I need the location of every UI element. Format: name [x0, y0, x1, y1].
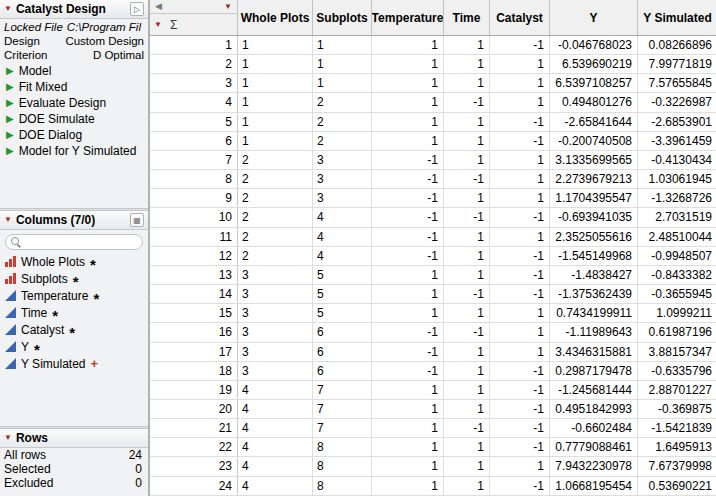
row-number-cell[interactable]: 18 [150, 362, 238, 380]
data-cell[interactable]: -1 [372, 151, 444, 169]
row-number-cell[interactable]: 22 [150, 438, 238, 456]
data-cell[interactable]: 0.2987179478 [550, 362, 638, 380]
sigma-icon[interactable]: Σ [170, 18, 177, 32]
column-header-time[interactable]: Time [444, 0, 490, 35]
column-item-temperature[interactable]: Temperature* [0, 287, 148, 304]
row-number-cell[interactable]: 4 [150, 93, 238, 111]
row-number-cell[interactable]: 24 [150, 477, 238, 495]
data-cell[interactable]: 2 [238, 151, 313, 169]
columns-search-input[interactable] [26, 236, 137, 248]
data-cell[interactable]: 2 [313, 132, 372, 150]
data-cell[interactable]: 3.1335699565 [550, 151, 638, 169]
data-cell[interactable]: -2.65841644 [550, 113, 638, 131]
data-cell[interactable]: -1 [372, 189, 444, 207]
data-cell[interactable]: 1 [490, 304, 550, 322]
data-cell[interactable]: -1 [372, 170, 444, 188]
column-header-y-simulated[interactable]: Y Simulated [638, 0, 716, 35]
data-cell[interactable]: 1 [372, 93, 444, 111]
data-cell[interactable]: -1 [444, 93, 490, 111]
data-cell[interactable]: 1 [372, 381, 444, 399]
data-cell[interactable]: 3 [238, 266, 313, 284]
data-cell[interactable]: -1 [444, 419, 490, 437]
row-number-cell[interactable]: 23 [150, 457, 238, 475]
data-cell[interactable]: 1 [444, 247, 490, 265]
row-number-cell[interactable]: 1 [150, 36, 238, 54]
data-cell[interactable]: -1 [372, 323, 444, 341]
data-cell[interactable]: 3 [238, 343, 313, 361]
data-cell[interactable]: 1 [490, 228, 550, 246]
collapse-side-panels-icon[interactable]: ◀ [155, 2, 162, 11]
column-item-y[interactable]: Y* [0, 338, 148, 355]
data-cell[interactable]: -1 [372, 208, 444, 226]
data-cell[interactable]: -1 [490, 362, 550, 380]
data-cell[interactable]: 1 [372, 477, 444, 495]
data-cell[interactable]: 1.0668195454 [550, 477, 638, 495]
data-cell[interactable]: -1.245681444 [550, 381, 638, 399]
data-cell[interactable]: 1 [372, 55, 444, 73]
data-cell[interactable]: 3 [238, 285, 313, 303]
data-cell[interactable]: 1.0999211 [638, 304, 716, 322]
data-cell[interactable]: 1 [444, 381, 490, 399]
data-cell[interactable]: -1.3268726 [638, 189, 716, 207]
script-item-evaluate-design[interactable]: ▶Evaluate Design [4, 95, 144, 111]
data-cell[interactable]: 0.53690221 [638, 477, 716, 495]
data-cell[interactable]: 1 [372, 74, 444, 92]
data-cell[interactable]: 7.9432230978 [550, 457, 638, 475]
data-cell[interactable]: -1 [444, 323, 490, 341]
column-header-temperature[interactable]: Temperature [372, 0, 444, 35]
data-cell[interactable]: 1 [372, 400, 444, 418]
data-cell[interactable]: -1 [372, 228, 444, 246]
data-cell[interactable]: 4 [238, 438, 313, 456]
table-menu-icon[interactable]: ▼ [4, 5, 12, 13]
data-cell[interactable]: 2 [238, 208, 313, 226]
data-cell[interactable]: 1 [444, 151, 490, 169]
data-cell[interactable]: -1 [490, 477, 550, 495]
data-cell[interactable]: -3.3961459 [638, 132, 716, 150]
data-cell[interactable]: 1 [490, 170, 550, 188]
data-cell[interactable]: -0.3655945 [638, 285, 716, 303]
data-cell[interactable]: 4 [238, 400, 313, 418]
data-cell[interactable]: 0.7779088461 [550, 438, 638, 456]
data-cell[interactable]: 0.494801276 [550, 93, 638, 111]
data-cell[interactable]: -1 [372, 247, 444, 265]
data-cell[interactable]: -1 [372, 362, 444, 380]
data-cell[interactable]: -1 [490, 381, 550, 399]
row-number-cell[interactable]: 13 [150, 266, 238, 284]
data-cell[interactable]: -1.5421839 [638, 419, 716, 437]
data-cell[interactable]: -1 [490, 36, 550, 54]
data-cell[interactable]: 2.2739679213 [550, 170, 638, 188]
data-cell[interactable]: 1.6495913 [638, 438, 716, 456]
data-cell[interactable]: 5 [313, 285, 372, 303]
columns-menu-icon[interactable]: ▼ [4, 216, 12, 224]
data-cell[interactable]: -0.046768023 [550, 36, 638, 54]
row-number-cell[interactable]: 3 [150, 74, 238, 92]
data-cell[interactable]: 6 [313, 323, 372, 341]
data-cell[interactable]: -0.200740508 [550, 132, 638, 150]
data-cell[interactable]: 1 [490, 189, 550, 207]
data-cell[interactable]: 1 [313, 55, 372, 73]
data-cell[interactable]: -1 [372, 343, 444, 361]
data-cell[interactable]: 1 [372, 36, 444, 54]
data-cell[interactable]: -0.369875 [638, 400, 716, 418]
data-cell[interactable]: 1 [490, 74, 550, 92]
rows-stat-excluded[interactable]: Excluded0 [0, 476, 148, 490]
data-cell[interactable]: -1.545149968 [550, 247, 638, 265]
data-cell[interactable]: 1 [313, 74, 372, 92]
data-cell[interactable]: 4 [313, 208, 372, 226]
data-cell[interactable]: 1 [444, 189, 490, 207]
data-cell[interactable]: 3 [313, 151, 372, 169]
data-cell[interactable]: 4 [238, 457, 313, 475]
data-cell[interactable]: -1.375362439 [550, 285, 638, 303]
data-cell[interactable]: -1.11989643 [550, 323, 638, 341]
data-cell[interactable]: 3 [238, 362, 313, 380]
data-cell[interactable]: 1 [444, 113, 490, 131]
row-number-cell[interactable]: 7 [150, 151, 238, 169]
data-cell[interactable]: 2 [238, 228, 313, 246]
data-cell[interactable]: 1 [444, 304, 490, 322]
data-cell[interactable]: -1 [490, 113, 550, 131]
columns-header-menu-icon[interactable]: ▼ [154, 21, 162, 29]
data-cell[interactable]: -1 [444, 285, 490, 303]
data-cell[interactable]: 1 [238, 36, 313, 54]
data-cell[interactable]: 3 [238, 323, 313, 341]
data-cell[interactable]: 4 [313, 228, 372, 246]
